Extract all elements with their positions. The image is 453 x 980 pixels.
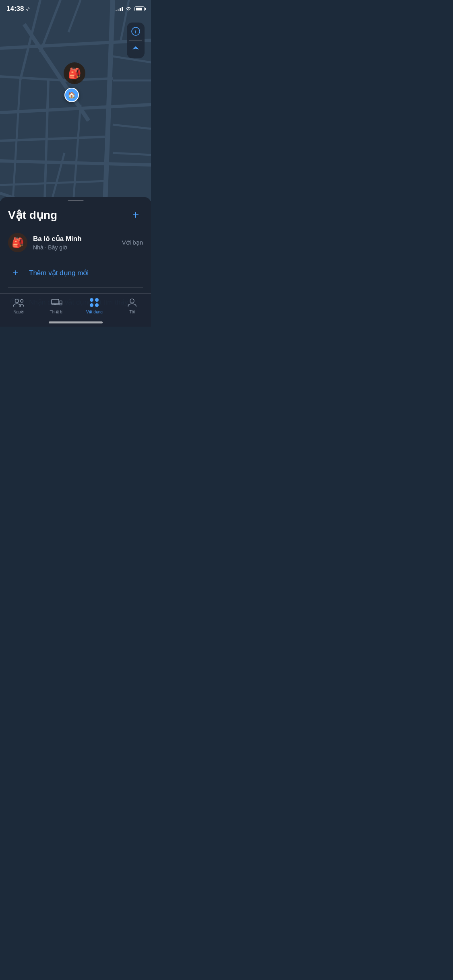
dot-1 <box>90 298 93 302</box>
tab-toi-label: Tôi <box>129 310 135 314</box>
section-title: Vật dụng <box>8 208 57 222</box>
svg-point-28 <box>15 299 19 303</box>
battery-icon <box>134 6 145 11</box>
map-controls: i <box>127 23 145 58</box>
home-icon: 🏠 <box>68 91 76 99</box>
item-status: Với bạn <box>122 239 143 246</box>
backpack-marker[interactable]: 🎒 <box>62 62 87 91</box>
svg-rect-33 <box>59 301 62 305</box>
location-button[interactable] <box>127 41 145 58</box>
tab-nguoi-label: Người <box>13 310 24 314</box>
add-item-action[interactable]: + Thêm vật dụng mới <box>0 258 151 287</box>
person-tab-icon <box>127 297 137 308</box>
item-info: Ba lô của Minh Nhà · Bây giờ <box>33 235 116 251</box>
add-item-button[interactable]: + <box>128 208 143 222</box>
item-row[interactable]: 🎒 Ba lô của Minh Nhà · Bây giờ Với bạn <box>0 227 151 258</box>
add-icon: + <box>8 266 23 280</box>
device-tab-icon <box>51 297 62 308</box>
home-indicator <box>49 321 103 323</box>
dot-3 <box>90 303 93 307</box>
item-location: Nhà · Bây giờ <box>33 244 116 251</box>
tab-toi[interactable]: Tôi <box>113 297 151 314</box>
status-icons <box>116 6 145 11</box>
wifi-icon <box>125 6 132 11</box>
signal-icon <box>116 6 123 11</box>
status-time: 14:38 <box>6 5 30 13</box>
dot-2 <box>95 298 99 302</box>
tab-thietbi[interactable]: Thiết bị <box>38 297 76 314</box>
tab-vatdung-label: Vật dụng <box>86 310 103 314</box>
backpack-pin-icon: 🎒 <box>64 62 85 84</box>
home-marker[interactable]: 🏠 <box>64 88 79 102</box>
svg-point-29 <box>20 300 23 303</box>
add-item-label: Thêm vật dụng mới <box>29 269 89 277</box>
item-name: Ba lô của Minh <box>33 235 116 243</box>
section-header: Vật dụng + <box>0 201 151 227</box>
item-icon: 🎒 <box>8 233 27 252</box>
tab-thietbi-label: Thiết bị <box>50 310 64 314</box>
svg-text:i: i <box>135 29 137 35</box>
dot-4 <box>95 303 99 307</box>
dots-tab-icon <box>90 297 99 308</box>
svg-rect-30 <box>52 299 59 305</box>
status-bar: 14:38 <box>0 0 151 18</box>
info-button[interactable]: i <box>127 23 145 40</box>
people-tab-icon <box>13 297 25 308</box>
tab-vatdung[interactable]: Vật dụng <box>76 297 114 314</box>
tab-nguoi[interactable]: Người <box>0 297 38 314</box>
svg-point-35 <box>130 299 134 303</box>
